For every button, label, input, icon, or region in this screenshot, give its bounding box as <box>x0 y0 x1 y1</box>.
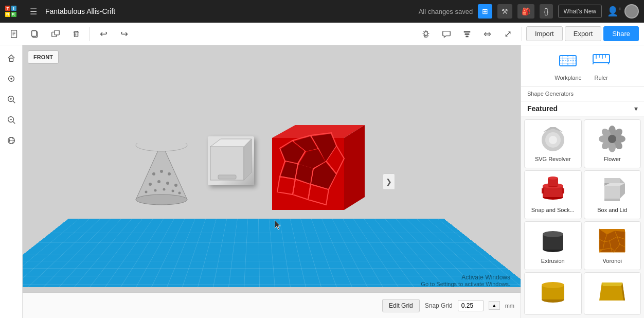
snap-up-btn[interactable]: ▲ <box>489 301 500 310</box>
logo[interactable]: T I N K <box>5 6 19 17</box>
svg-line-30 <box>12 101 15 103</box>
zoom-out-btn[interactable] <box>3 111 20 129</box>
ruler-label: Ruler <box>595 75 608 81</box>
svg-marker-98 <box>620 183 625 199</box>
svg-rect-66 <box>593 55 610 63</box>
red-cube-object[interactable] <box>270 122 365 215</box>
svg-point-45 <box>166 182 169 185</box>
featured-selector[interactable]: Featured ▾ <box>521 101 644 116</box>
export-btn[interactable]: Export <box>565 26 602 41</box>
shape-8[interactable] <box>584 272 641 315</box>
gray-cube-object[interactable] <box>208 136 254 185</box>
shape8-thumb <box>594 276 630 307</box>
top-nav: T I N K ☰ Fantabulous Allis-Crift All ch… <box>0 0 644 23</box>
box-lid-name: Box and Lid <box>597 207 627 213</box>
menu-icon[interactable]: ☰ <box>27 5 40 19</box>
align-btn[interactable] <box>458 25 476 43</box>
edit-grid-btn[interactable]: Edit Grid <box>382 299 420 312</box>
svg-line-17 <box>427 35 428 36</box>
cone-svg <box>131 143 192 210</box>
duplicate-icon <box>51 29 60 39</box>
comment-icon <box>442 29 451 39</box>
svg-point-39 <box>136 195 187 205</box>
zoom-in-btn[interactable] <box>3 91 20 108</box>
toolbar-separator <box>90 27 90 41</box>
shape-flower[interactable]: Flower <box>584 119 641 168</box>
toolbar-sep2 <box>522 27 522 41</box>
code-view-btn[interactable]: {} <box>540 4 552 19</box>
svg-rect-21 <box>464 31 471 32</box>
svg-revolver-svg <box>538 125 568 153</box>
svg-rect-8 <box>74 32 78 37</box>
whats-new-btn[interactable]: What's New <box>558 5 602 18</box>
workplane-btn[interactable]: Workplane <box>554 50 581 81</box>
svg-line-19 <box>427 31 427 32</box>
logo-n: N <box>5 12 10 17</box>
align-icon <box>462 29 472 39</box>
fit-view-icon <box>7 74 16 83</box>
svg-point-38 <box>136 143 187 151</box>
svg-rect-22 <box>464 33 469 35</box>
shape-svg-revolver[interactable]: SVG Revolver <box>524 119 582 168</box>
flower-name: Flower <box>604 156 621 162</box>
perspective-icon <box>7 136 16 145</box>
light-btn[interactable] <box>417 25 435 43</box>
snap-socket-svg <box>538 175 568 204</box>
shape-7[interactable] <box>524 272 582 315</box>
logo-k: K <box>11 12 16 17</box>
svg-line-18 <box>423 34 424 35</box>
svg-point-106 <box>542 282 564 288</box>
snap-value-input[interactable] <box>458 300 484 311</box>
new-doc-icon <box>10 29 19 39</box>
svg-point-90 <box>548 176 558 180</box>
svg-point-51 <box>178 192 181 195</box>
shape-box-lid[interactable]: Box and Lid <box>584 170 641 219</box>
import-btn[interactable]: Import <box>526 26 563 41</box>
briefcase-view-btn[interactable]: 🎒 <box>517 4 534 19</box>
comment-btn[interactable] <box>437 25 456 43</box>
redo-btn[interactable]: ↪ <box>115 25 133 43</box>
dropdown-arrow-icon: ▾ <box>634 104 638 113</box>
perspective-btn[interactable] <box>3 132 20 149</box>
scroll-right-btn[interactable]: ❯ <box>383 173 395 190</box>
svg-marker-58 <box>344 125 365 210</box>
shape-extrusion[interactable]: Extrusion <box>524 221 582 270</box>
flip-btn[interactable]: ⇔ <box>478 25 497 43</box>
delete-icon <box>71 29 81 39</box>
home-btn[interactable] <box>3 49 20 67</box>
gray-cube-svg <box>208 136 254 188</box>
featured-label: Featured <box>527 104 558 113</box>
shape8-svg <box>597 280 628 303</box>
grid-view-btn[interactable]: ⊞ <box>478 4 492 19</box>
project-name: Fantabulous Allis-Crift <box>45 7 115 15</box>
duplicate-btn[interactable] <box>46 25 65 43</box>
svg-point-84 <box>608 135 616 143</box>
ruler-btn[interactable]: Ruler <box>592 50 611 81</box>
cone-object[interactable] <box>131 143 192 205</box>
add-user-btn[interactable]: 👤+ <box>607 6 621 17</box>
scale-btn[interactable]: ⤢ <box>499 25 517 43</box>
copy-btn[interactable] <box>26 25 44 43</box>
svg-point-40 <box>152 172 155 175</box>
build-view-btn[interactable]: ⚒ <box>497 4 512 19</box>
logo-i: I <box>11 6 16 11</box>
home-icon <box>7 54 16 63</box>
svg-line-33 <box>12 121 15 124</box>
main-area: FRONT <box>0 45 644 318</box>
viewport[interactable]: FRONT <box>23 45 521 318</box>
save-status: All changes saved <box>419 8 473 15</box>
share-btn[interactable]: Share <box>603 26 639 41</box>
undo-btn[interactable]: ↩ <box>94 25 113 43</box>
cursor-icon <box>275 220 283 231</box>
delete-btn[interactable] <box>67 25 85 43</box>
avatar[interactable] <box>624 4 639 19</box>
fit-view-btn[interactable] <box>3 70 20 87</box>
shape-snap-socket[interactable]: Snap and Sock... <box>524 170 582 219</box>
svg-line-16 <box>423 31 424 32</box>
shape-gen-title: Shape Generators <box>527 91 574 97</box>
shape-voronoi[interactable]: Voronoi <box>584 221 641 270</box>
left-panel <box>0 45 23 318</box>
logo-t: T <box>5 6 10 11</box>
zoom-in-icon <box>7 95 16 104</box>
new-doc-btn[interactable] <box>5 25 24 43</box>
